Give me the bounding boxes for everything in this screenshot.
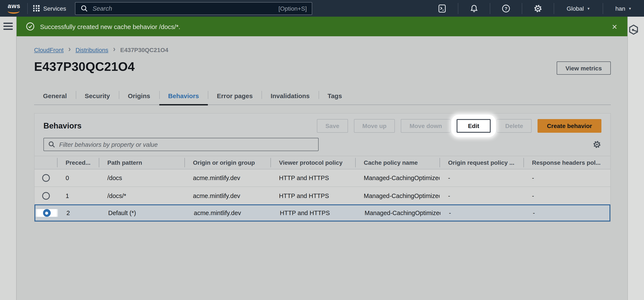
services-menu-button[interactable]: Services xyxy=(33,5,66,12)
edit-button-click-highlight: Edit xyxy=(456,119,491,133)
cloudshell-terminal-icon xyxy=(438,4,447,13)
delete-button[interactable]: Delete xyxy=(497,119,532,133)
cloudshell-button[interactable] xyxy=(432,4,452,13)
tab-invalidations[interactable]: Invalidations xyxy=(262,87,318,105)
cell-cache-policy: Managed-CachingOptimized xyxy=(356,210,440,216)
row-radio-button[interactable] xyxy=(42,174,50,182)
cell-response-headers-policy: - xyxy=(524,175,610,181)
table-row[interactable]: 0 /docs acme.mintlify.dev HTTP and HTTPS… xyxy=(34,170,610,187)
breadcrumb-cloudfront-link[interactable]: CloudFront xyxy=(34,46,64,53)
settings-button[interactable] xyxy=(528,4,548,13)
cell-origin: acme.mintlify.dev xyxy=(184,192,270,199)
radio-click-highlight xyxy=(43,209,50,217)
cell-origin-request-policy: - xyxy=(440,175,524,181)
help-button[interactable]: ? xyxy=(496,4,516,13)
success-check-icon xyxy=(26,22,35,31)
aws-console-window: aws Services Search [Option+S] xyxy=(0,0,644,300)
move-up-button[interactable]: Move up xyxy=(354,119,395,133)
view-metrics-button[interactable]: View metrics xyxy=(556,61,611,75)
filter-behaviors-field xyxy=(44,138,318,151)
aws-logo-text: aws xyxy=(8,2,20,9)
column-header-cache-policy: Cache policy name xyxy=(355,156,440,169)
close-icon[interactable]: × xyxy=(610,22,618,31)
side-navigation-rail xyxy=(0,17,16,300)
services-label: Services xyxy=(43,5,66,12)
region-label: Global xyxy=(567,5,584,12)
row-radio-button[interactable] xyxy=(42,192,50,200)
cell-path-pattern: /docs xyxy=(99,175,184,181)
breadcrumb: CloudFront › Distributions › E437P30QC21… xyxy=(34,45,611,54)
selection-column-header xyxy=(34,156,57,169)
behaviors-panel: Behaviors Save Move up Move down Edit De… xyxy=(34,113,611,222)
right-side-rail xyxy=(628,17,644,300)
cell-precedence: 1 xyxy=(57,192,99,199)
chevron-down-icon: ▼ xyxy=(628,7,632,11)
question-circle-icon: ? xyxy=(502,4,511,13)
region-selector[interactable]: Global ▼ xyxy=(560,5,597,12)
tab-origins[interactable]: Origins xyxy=(119,87,159,105)
chevron-down-icon: ▼ xyxy=(587,7,590,11)
success-flashbar: Successfully created new cache behavior … xyxy=(16,17,628,36)
cell-origin-request-policy: - xyxy=(440,210,524,216)
table-row-selected[interactable]: 2 Default (*) acme.mintlify.dev HTTP and… xyxy=(34,204,610,221)
cell-precedence: 2 xyxy=(58,210,100,216)
breadcrumb-current: E437P30QC21O4 xyxy=(120,46,168,53)
svg-text:?: ? xyxy=(505,6,508,11)
tab-security[interactable]: Security xyxy=(76,87,119,105)
amazon-q-hexagon-icon xyxy=(628,24,639,35)
cell-origin: acme.mintlify.dev xyxy=(185,210,271,216)
search-placeholder: Search xyxy=(92,5,274,12)
open-menu-button[interactable] xyxy=(4,23,13,30)
edit-button[interactable]: Edit xyxy=(456,119,491,133)
search-icon xyxy=(80,5,88,12)
cell-viewer-protocol: HTTP and HTTPS xyxy=(271,210,356,216)
save-button[interactable]: Save xyxy=(317,119,348,133)
cell-path-pattern: Default (*) xyxy=(100,210,185,216)
aws-smile-icon xyxy=(8,9,20,14)
column-header-origin-request-policy: Origin request policy ... xyxy=(440,156,524,169)
notifications-button[interactable] xyxy=(464,4,484,13)
create-behavior-button[interactable]: Create behavior xyxy=(538,119,602,133)
tab-tags[interactable]: Tags xyxy=(318,87,351,105)
cell-path-pattern: /docs/* xyxy=(99,192,184,199)
topbar-divider xyxy=(554,3,554,14)
aws-logo[interactable]: aws xyxy=(6,2,22,14)
topbar-divider xyxy=(27,3,28,14)
column-header-origin: Origin or origin group xyxy=(184,156,270,169)
breadcrumb-distributions-link[interactable]: Distributions xyxy=(76,46,108,53)
breadcrumb-separator-icon: › xyxy=(113,45,116,54)
behaviors-table: Preced... Path pattern Origin or origin … xyxy=(34,156,610,221)
cell-origin: acme.mintlify.dev xyxy=(184,175,270,181)
table-row[interactable]: 1 /docs/* acme.mintlify.dev HTTP and HTT… xyxy=(34,187,610,204)
cell-cache-policy: Managed-CachingOptimized xyxy=(355,192,440,199)
search-icon xyxy=(48,141,55,148)
cell-response-headers-policy: - xyxy=(524,210,610,216)
cell-cache-policy: Managed-CachingOptimized xyxy=(355,175,440,181)
move-down-button[interactable]: Move down xyxy=(401,119,450,133)
distribution-tabs: General Security Origins Behaviors Error… xyxy=(34,87,611,105)
row-radio-button-checked[interactable] xyxy=(43,209,50,217)
column-header-path-pattern: Path pattern xyxy=(99,156,184,169)
tab-behaviors[interactable]: Behaviors xyxy=(159,87,208,105)
cell-precedence: 0 xyxy=(57,175,99,181)
cell-response-headers-policy: - xyxy=(524,192,610,199)
bell-icon xyxy=(470,4,479,13)
flashbar-message: Successfully created new cache behavior … xyxy=(40,23,180,30)
gear-icon xyxy=(534,4,543,13)
amazon-q-button[interactable] xyxy=(628,24,644,35)
cell-origin-request-policy: - xyxy=(440,192,524,199)
filter-behaviors-input[interactable] xyxy=(59,141,314,148)
breadcrumb-separator-icon: › xyxy=(68,45,71,54)
table-header-row: Preced... Path pattern Origin or origin … xyxy=(34,156,610,170)
tab-general[interactable]: General xyxy=(34,87,76,105)
tab-error-pages[interactable]: Error pages xyxy=(208,87,262,105)
topbar-divider xyxy=(490,3,490,14)
page-title: E437P30QC21O4 xyxy=(34,60,135,74)
gear-icon xyxy=(592,140,602,149)
account-menu[interactable]: han ▼ xyxy=(608,5,638,12)
column-header-viewer-protocol: Viewer protocol policy xyxy=(270,156,355,169)
topbar-divider xyxy=(458,3,458,14)
table-preferences-button[interactable] xyxy=(592,140,602,149)
global-search-input[interactable]: Search [Option+S] xyxy=(75,2,312,15)
top-navigation-bar: aws Services Search [Option+S] xyxy=(0,0,644,17)
